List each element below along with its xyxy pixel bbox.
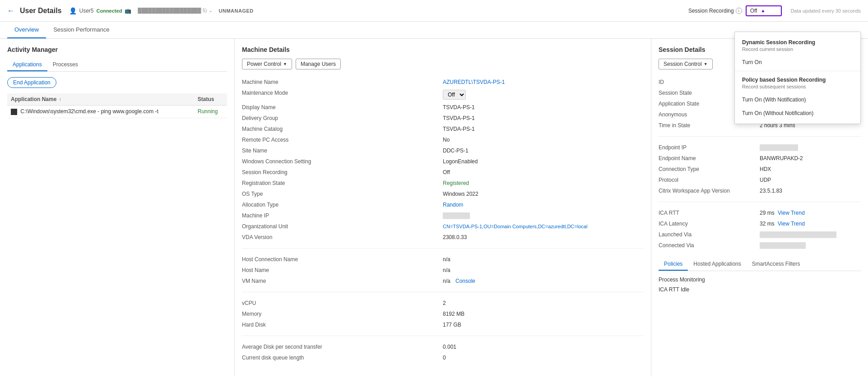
label-registration-state: Registration State bbox=[242, 178, 443, 189]
value-host-connection-name: n/a bbox=[443, 254, 644, 265]
label-citrix-version: Citrix Workspace App Version bbox=[659, 185, 760, 196]
value-machine-catalog: TSVDA-PS-1 bbox=[443, 124, 644, 134]
session-recording-value: Off bbox=[750, 8, 757, 14]
label-vda-version: VDA Version bbox=[242, 232, 443, 243]
console-link[interactable]: Console bbox=[455, 278, 475, 284]
session-recording-dropdown-btn[interactable]: Off ▲ bbox=[746, 5, 782, 16]
value-maintenance-mode: Off On bbox=[443, 88, 644, 102]
label-allocation-type: Allocation Type bbox=[242, 199, 443, 210]
user-info: 👤 User5 Connected 📺 ██████████████████ 5… bbox=[69, 7, 254, 14]
session-control-button[interactable]: Session Control ▼ bbox=[659, 59, 713, 69]
machine-details-panel: Machine Details Power Control ▼ Manage U… bbox=[235, 39, 651, 377]
label-host-name: Host Name bbox=[242, 265, 443, 276]
policy-section-sub: Record subsequent sessions bbox=[735, 84, 860, 93]
value-host-name: n/a bbox=[443, 265, 644, 276]
value-hard-disk: 177 GB bbox=[443, 319, 644, 330]
value-os-type: Windows 2022 bbox=[443, 189, 644, 199]
user-icon: 👤 bbox=[69, 7, 77, 14]
value-memory: 8192 MB bbox=[443, 309, 644, 319]
label-delivery-group: Delivery Group bbox=[242, 113, 443, 124]
label-session-recording: Session Recording bbox=[242, 167, 443, 178]
value-site-name: DDC-PS-1 bbox=[443, 145, 644, 156]
activity-sub-tabs: Applications Processes bbox=[7, 59, 227, 72]
unmanaged-badge: UNMANAGED bbox=[219, 8, 254, 14]
turn-on-without-notif-option[interactable]: Turn On (Without Notification) bbox=[735, 106, 860, 120]
machine-details-title: Machine Details bbox=[242, 46, 644, 53]
session-perf-fields: ICA RTT 29 ms View Trend ICA Latency 32 … bbox=[659, 207, 861, 251]
value-windows-connection: LogonEnabled bbox=[443, 156, 644, 167]
value-ou: CN=TSVDA-PS-1,OU=Domain Computers,DC=azu… bbox=[443, 221, 644, 232]
hardware-fields: vCPU 2 Memory 8192 MB Hard Disk 177 GB bbox=[242, 298, 644, 330]
label-machine-name: Machine Name bbox=[242, 77, 443, 88]
header-right: Session Recording i Off ▲ Data updated e… bbox=[688, 5, 861, 16]
activity-manager-title: Activity Manager bbox=[7, 46, 227, 53]
label-disk-queue: Current disk queue length bbox=[242, 352, 443, 363]
header: ← User Details 👤 User5 Connected 📺 █████… bbox=[0, 0, 868, 22]
dropdown-divider bbox=[735, 71, 860, 71]
value-disk-queue: 0 bbox=[443, 352, 644, 363]
label-launched-via: Launched Via bbox=[659, 229, 760, 240]
label-maintenance-mode: Maintenance Mode bbox=[242, 88, 443, 102]
label-ica-rtt: ICA RTT bbox=[659, 207, 760, 218]
label-connected-via: Connected Via bbox=[659, 240, 760, 251]
value-display-name: TSVDA-PS-1 bbox=[443, 102, 644, 113]
monitor-info: ██████████████████ 5) ⌄ bbox=[138, 8, 212, 14]
value-ica-latency: 32 ms View Trend bbox=[760, 218, 861, 229]
label-remote-pc: Remote PC Access bbox=[242, 134, 443, 145]
value-allocation-type: Random bbox=[443, 199, 644, 210]
turn-on-with-notif-option[interactable]: Turn On (With Notification) bbox=[735, 93, 860, 106]
back-button[interactable]: ← bbox=[7, 7, 14, 15]
monitor-icon: 📺 bbox=[125, 8, 131, 14]
session-network-fields: Endpoint IP ██████████ Endpoint Name BAN… bbox=[659, 142, 861, 196]
value-registration-state: Registered bbox=[443, 178, 644, 189]
value-vda-version: 2308.0.33 bbox=[443, 232, 644, 243]
value-delivery-group: TSVDA-PS-1 bbox=[443, 113, 644, 124]
auto-update-text: Data updated every 30 seconds bbox=[791, 8, 861, 14]
value-endpoint-ip: ██████████ bbox=[760, 142, 861, 153]
app-name-cell: C:\Windows\system32\cmd.exe - ping www.g… bbox=[7, 106, 194, 118]
turn-on-option[interactable]: Turn On bbox=[735, 55, 860, 69]
info-icon[interactable]: i bbox=[736, 8, 742, 14]
policy-ica-rtt-idle: ICA RTT Idle bbox=[659, 285, 861, 295]
activity-manager-panel: Activity Manager Applications Processes … bbox=[0, 39, 235, 377]
tab-applications[interactable]: Applications bbox=[7, 59, 47, 71]
label-avg-disk: Average Disk per second transfer bbox=[242, 341, 443, 352]
label-endpoint-name: Endpoint Name bbox=[659, 153, 760, 164]
label-connection-type: Connection Type bbox=[659, 164, 760, 175]
policies-list: Process Monitoring ICA RTT Idle bbox=[659, 275, 861, 295]
tab-hosted-applications[interactable]: Hosted Applications bbox=[688, 258, 746, 271]
label-display-name: Display Name bbox=[242, 102, 443, 113]
connected-badge: Connected bbox=[97, 8, 122, 14]
value-vcpu: 2 bbox=[443, 298, 644, 309]
ica-rtt-trend-link[interactable]: View Trend bbox=[778, 210, 805, 216]
dynamic-section-title: Dynamic Session Recording bbox=[735, 36, 860, 46]
tab-policies[interactable]: Policies bbox=[659, 258, 688, 271]
col-app-name[interactable]: Application Name ↑ bbox=[7, 93, 194, 106]
power-control-button[interactable]: Power Control ▼ bbox=[242, 59, 292, 69]
tab-processes[interactable]: Processes bbox=[47, 59, 84, 71]
ou-link[interactable]: CN=TSVDA-PS-1,OU=Domain Computers,DC=azu… bbox=[443, 224, 587, 229]
value-citrix-version: 23.5.1.83 bbox=[760, 185, 861, 196]
machine-name-link[interactable]: AZUREDTL\TSVDA-PS-1 bbox=[443, 79, 505, 85]
tab-overview[interactable]: Overview bbox=[7, 22, 46, 38]
label-windows-connection: Windows Connection Setting bbox=[242, 156, 443, 167]
power-chevron-icon: ▼ bbox=[283, 62, 287, 66]
end-application-button[interactable]: End Application bbox=[7, 77, 56, 88]
value-protocol: UDP bbox=[760, 175, 861, 185]
label-machine-catalog: Machine Catalog bbox=[242, 124, 443, 134]
maintenance-mode-select[interactable]: Off On bbox=[443, 90, 466, 100]
session-recording-dropdown-overlay: Dynamic Session Recording Record current… bbox=[734, 32, 861, 124]
session-control-chevron-icon: ▼ bbox=[704, 62, 708, 66]
ica-latency-trend-link[interactable]: View Trend bbox=[778, 221, 805, 227]
tab-smartaccess-filters[interactable]: SmartAccess Filters bbox=[747, 258, 806, 271]
app-name-value: C:\Windows\system32\cmd.exe - ping www.g… bbox=[20, 108, 158, 115]
app-status-cell: Running bbox=[194, 106, 227, 118]
value-ica-rtt: 29 ms View Trend bbox=[760, 207, 861, 218]
value-connected-via: ████████████ bbox=[760, 240, 861, 251]
page-title: User Details bbox=[20, 7, 62, 15]
label-hard-disk: Hard Disk bbox=[242, 319, 443, 330]
tab-session-performance[interactable]: Session Performance bbox=[46, 22, 116, 38]
perf-fields: Average Disk per second transfer 0.001 C… bbox=[242, 341, 644, 363]
value-endpoint-name: BANWRUPAKD-2 bbox=[760, 153, 861, 164]
manage-users-button[interactable]: Manage Users bbox=[296, 59, 341, 69]
